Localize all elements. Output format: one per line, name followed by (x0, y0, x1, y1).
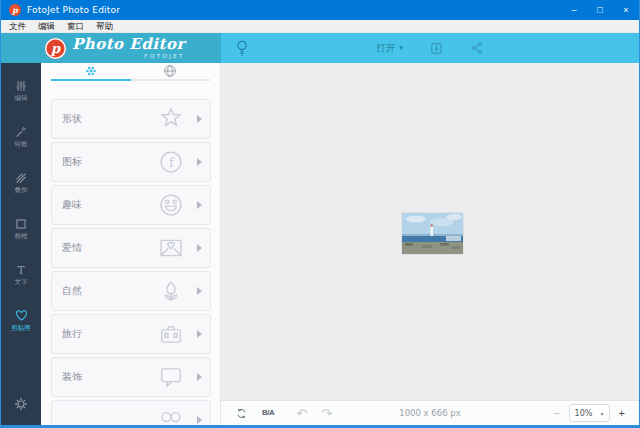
sidebar-item-label: 编辑 (15, 95, 28, 102)
maximize-button[interactable]: □ (587, 0, 613, 20)
category-icons[interactable]: 图标 f (51, 142, 211, 182)
tab-online-search[interactable] (131, 63, 211, 81)
share-icon (470, 41, 484, 55)
smiley-icon (157, 191, 185, 219)
sidebar-item-overlay[interactable]: 叠加 (1, 159, 41, 205)
category-label: 旅行 (62, 327, 122, 341)
brand-wordmark: FOTOJET (144, 53, 184, 59)
category-list: 形状 图标 f 趣味 (41, 81, 220, 425)
flower-icon (157, 277, 185, 305)
save-button[interactable] (429, 41, 444, 56)
sidebar-item-frame[interactable]: 相框 (1, 205, 41, 251)
category-nature[interactable]: 自然 (51, 271, 211, 311)
brand-badge: p (45, 38, 66, 59)
canvas (221, 63, 639, 400)
reset-button[interactable] (235, 407, 248, 420)
chevron-right-icon (197, 373, 202, 381)
text-icon: T (14, 263, 28, 277)
menu-bar: 文件 编辑 窗口 帮助 (1, 20, 639, 33)
zoom-in-button[interactable]: + (619, 407, 625, 419)
menu-file[interactable]: 文件 (3, 20, 32, 33)
category-label: 形状 (62, 112, 122, 126)
chevron-right-icon (197, 115, 202, 123)
chevron-right-icon (197, 330, 202, 338)
sidebar-item-label: 叠加 (15, 187, 28, 194)
redo-button[interactable]: ↷ (321, 407, 332, 420)
photo-thumbnail[interactable] (402, 213, 463, 254)
love-letter-icon (157, 234, 185, 262)
glasses-icon (157, 406, 185, 425)
clipart-panel: 形状 图标 f 趣味 (41, 63, 221, 425)
category-label: 装饰 (62, 370, 122, 384)
suitcase-icon (157, 320, 185, 348)
gear-icon (14, 397, 28, 411)
minimize-button[interactable]: – (561, 0, 587, 20)
menu-edit[interactable]: 编辑 (32, 20, 61, 33)
chevron-down-icon: ▾ (601, 410, 604, 417)
app-window: p FotoJet Photo Editor – □ × 文件 编辑 窗口 帮助… (0, 0, 640, 428)
window-title: FotoJet Photo Editor (27, 5, 561, 15)
zoom-out-button[interactable]: − (553, 407, 559, 419)
chevron-right-icon (197, 158, 202, 166)
tab-clipart-library[interactable] (51, 63, 131, 81)
menu-help[interactable]: 帮助 (90, 20, 119, 33)
seaside-photo (402, 213, 463, 254)
chevron-right-icon (197, 201, 202, 209)
lightbulb-icon (234, 37, 250, 59)
panel-tabs (41, 63, 220, 81)
share-button[interactable] (470, 41, 484, 55)
svg-text:f: f (169, 155, 175, 170)
zoom-level-select[interactable]: 10% ▾ (569, 404, 610, 422)
clipart-cluster-icon (83, 63, 99, 79)
sliders-icon (14, 79, 28, 93)
close-button[interactable]: × (613, 0, 639, 20)
globe-icon (162, 63, 178, 79)
sidebar-item-clipart[interactable]: 剪贴画 (1, 297, 41, 343)
sidebar-item-label: 相框 (15, 233, 28, 240)
work-area: 1000 x 666 px B/A ↶ (221, 63, 639, 425)
chevron-right-icon (197, 287, 202, 295)
brand-script: Photo Editor (72, 37, 185, 52)
settings-button[interactable] (14, 397, 28, 411)
magic-wand-icon (14, 125, 28, 139)
category-travel[interactable]: 旅行 (51, 314, 211, 354)
status-bar: 1000 x 666 px B/A ↶ (221, 400, 639, 425)
left-sidebar: 编辑 特效 叠加 (1, 63, 41, 425)
category-label: 趣味 (62, 198, 122, 212)
undo-button[interactable]: ↶ (296, 407, 307, 420)
category-love[interactable]: 爱情 (51, 228, 211, 268)
category-decoration[interactable]: 装饰 (51, 357, 211, 397)
sidebar-item-label: 文字 (15, 279, 28, 286)
menu-window[interactable]: 窗口 (61, 20, 90, 33)
overlay-hatch-icon (14, 171, 28, 185)
heart-icon (14, 308, 29, 323)
category-label: 自然 (62, 284, 122, 298)
sidebar-item-effects[interactable]: 特效 (1, 113, 41, 159)
sidebar-item-label: 特效 (15, 141, 28, 148)
category-fun[interactable]: 趣味 (51, 185, 211, 225)
chevron-right-icon (197, 244, 202, 252)
category-shapes[interactable]: 形状 (51, 99, 211, 139)
before-after-button[interactable]: B/A (262, 408, 274, 418)
top-toolbar: 打开 ▾ (221, 33, 639, 63)
category-more[interactable] (51, 400, 211, 425)
header-band: p Photo Editor FOTOJET 打开 ▾ (1, 33, 639, 63)
speech-bubble-icon (157, 363, 185, 391)
sidebar-item-text[interactable]: T 文字 (1, 251, 41, 297)
sidebar-item-edit[interactable]: 编辑 (1, 67, 41, 113)
sidebar-item-label: 剪贴画 (11, 325, 31, 332)
open-label: 打开 (376, 42, 395, 55)
chevron-down-icon: ▾ (399, 44, 403, 52)
facebook-icon: f (157, 148, 185, 176)
title-bar: p FotoJet Photo Editor – □ × (1, 0, 639, 20)
open-button[interactable]: 打开 ▾ (376, 42, 403, 55)
brand-logo: p Photo Editor FOTOJET (1, 33, 221, 63)
main-body: 编辑 特效 叠加 (1, 63, 639, 425)
category-label: 图标 (62, 155, 122, 169)
save-icon (429, 41, 444, 56)
frame-icon (14, 217, 28, 231)
chevron-right-icon (197, 416, 202, 424)
tips-lightbulb-button[interactable] (234, 37, 250, 59)
star-icon (157, 105, 185, 133)
app-icon: p (9, 4, 21, 16)
